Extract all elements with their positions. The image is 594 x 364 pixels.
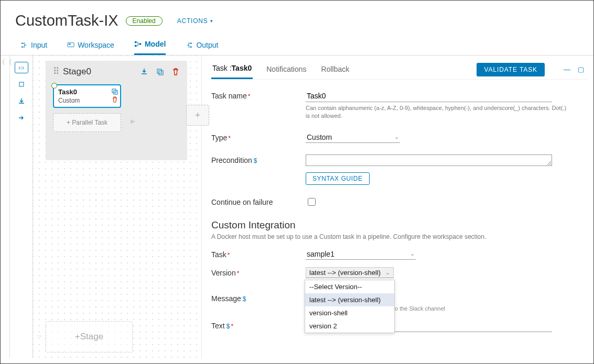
fit-screen-button[interactable] (15, 79, 28, 90)
tab-input[interactable]: Input (20, 40, 47, 55)
chevron-down-icon: ▾ (210, 18, 213, 24)
tab-model-label: Model (145, 40, 166, 48)
task-card[interactable]: Task0 Custom (53, 84, 121, 108)
canvas-tools: ▭ (10, 56, 33, 358)
chevron-down-icon: ⌄ (385, 269, 390, 276)
svg-rect-4 (139, 43, 142, 45)
stage-connector-icon: → (35, 332, 42, 340)
version-label: Version (211, 269, 236, 277)
collapse-panel-button[interactable]: 〈〈 (1, 56, 10, 358)
required-indicator: * (248, 93, 251, 100)
stage-card[interactable]: ⠿ Stage0 Task0 Custom ▸ + Paralle (46, 61, 187, 160)
connector-arrow-icon: ▸ (131, 115, 135, 127)
chevron-down-icon: ⌄ (394, 134, 399, 140)
svg-rect-3 (135, 45, 137, 47)
tab-workspace[interactable]: Workspace (67, 40, 114, 55)
task-subtitle: Custom (58, 97, 116, 104)
version-option-shell[interactable]: version-shell (305, 306, 394, 319)
pipeline-canvas[interactable]: ⠿ Stage0 Task0 Custom ▸ + Paralle (33, 56, 202, 358)
task-title: Task0 (58, 88, 116, 96)
svg-rect-2 (135, 41, 137, 43)
sub-tab-rollback[interactable]: Rollback (320, 61, 351, 79)
task-delete-icon[interactable] (112, 96, 118, 104)
status-badge: Enabled (126, 16, 163, 26)
task-select[interactable]: sample1 ⌄ (306, 249, 416, 260)
tab-model[interactable]: Model (134, 40, 166, 55)
drag-handle-icon[interactable]: ⠿ (53, 66, 59, 77)
input-icon (20, 41, 28, 49)
tab-input-label: Input (31, 41, 47, 49)
version-dropdown: --Select Version-- latest --> (version-s… (305, 280, 395, 333)
add-parallel-task-button[interactable]: + Parallel Task (53, 113, 121, 132)
page-title: CustomTask-IX (15, 12, 118, 29)
type-value: Custom (307, 133, 332, 141)
svg-rect-6 (157, 69, 161, 73)
text-field-label: Text (211, 322, 225, 330)
forward-button[interactable] (15, 112, 28, 124)
custom-integration-description: A Docker host must be set up to use a Cu… (211, 233, 587, 240)
custom-integration-heading: Custom Integration (211, 219, 587, 231)
task-name-input[interactable] (306, 90, 552, 102)
svg-rect-7 (159, 71, 163, 75)
sub-tab-notifications[interactable]: Notifications (265, 61, 307, 79)
stage-title: Stage0 (63, 67, 91, 77)
required-indicator: * (231, 323, 233, 330)
tab-workspace-label: Workspace (78, 41, 114, 49)
precondition-input[interactable] (306, 155, 552, 166)
task-name-label: Task name (211, 92, 247, 100)
output-icon (186, 41, 193, 49)
tab-output[interactable]: Output (186, 40, 218, 55)
stage-copy-icon[interactable] (156, 68, 164, 76)
stage-download-icon[interactable] (140, 68, 148, 76)
sub-tab-task-name: Task0 (232, 64, 252, 72)
task-select-label: Task (211, 250, 226, 259)
minimize-icon[interactable]: — (564, 65, 570, 73)
version-select[interactable]: latest --> (version-shell) ⌄ (306, 267, 394, 278)
task-name-help-text: Can contain alphanumeric (a-z, A-Z, 0-9)… (306, 104, 568, 120)
task-select-value: sample1 (307, 250, 334, 258)
version-option-placeholder[interactable]: --Select Version-- (305, 280, 394, 293)
model-icon (134, 40, 142, 48)
variable-icon[interactable]: $ (254, 157, 257, 164)
task-status-indicator (51, 83, 57, 89)
workspace-icon (67, 41, 74, 49)
message-label: Message (211, 294, 241, 303)
svg-rect-0 (68, 42, 74, 47)
svg-rect-5 (19, 82, 24, 86)
sub-tab-task[interactable]: Task :Task0 (211, 60, 253, 79)
main-tabs: Input Workspace Model Output (1, 34, 593, 56)
syntax-guide-button[interactable]: SYNTAX GUIDE (306, 172, 370, 185)
required-indicator: * (228, 251, 230, 259)
continue-on-failure-label: Continue on failure (211, 198, 273, 206)
actions-menu[interactable]: ACTIONS ▾ (177, 17, 213, 25)
stage-delete-icon[interactable] (171, 68, 180, 76)
task-copy-icon[interactable] (112, 89, 118, 96)
chevron-down-icon: ⌄ (410, 250, 415, 257)
svg-rect-1 (69, 43, 71, 45)
version-option-2[interactable]: version 2 (305, 319, 394, 333)
add-stage-button[interactable]: +Stage (46, 321, 133, 352)
type-select[interactable]: Custom ⌄ (306, 132, 400, 143)
continue-on-failure-checkbox[interactable] (308, 198, 316, 206)
required-indicator: * (237, 270, 240, 277)
message-hint-text: o the Slack channel (395, 305, 445, 312)
version-select-value: latest --> (version-shell) (309, 269, 381, 277)
actions-label: ACTIONS (177, 17, 208, 25)
required-indicator: * (228, 135, 231, 142)
type-label: Type (211, 134, 227, 142)
maximize-icon[interactable]: ▢ (578, 65, 584, 73)
tab-output-label: Output (196, 41, 218, 49)
version-option-latest[interactable]: latest --> (version-shell) (305, 293, 394, 306)
precondition-label: Precondition (211, 156, 252, 164)
validate-task-button[interactable]: VALIDATE TASK (477, 63, 545, 76)
download-button[interactable] (15, 95, 28, 107)
view-mode-button[interactable]: ▭ (15, 62, 28, 73)
variable-icon[interactable]: $ (243, 295, 246, 303)
variable-icon[interactable]: $ (226, 323, 230, 330)
sub-tab-task-prefix: Task : (212, 64, 232, 72)
